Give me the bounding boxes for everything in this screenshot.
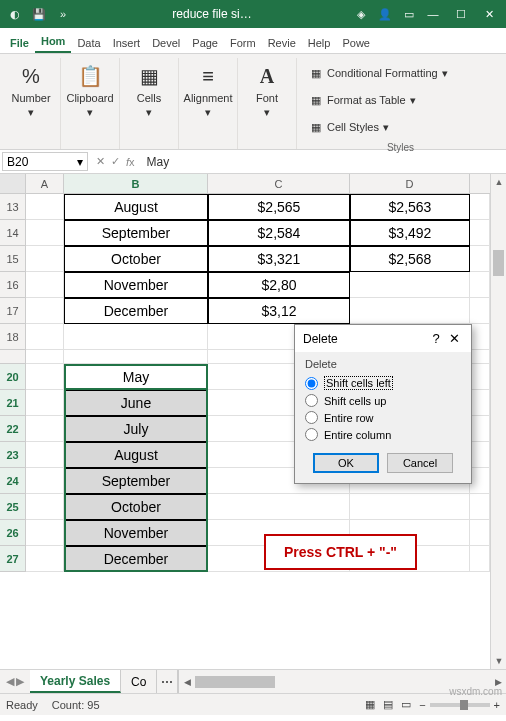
view-page-icon[interactable]: ▤ (383, 698, 393, 711)
scroll-track[interactable] (491, 190, 506, 653)
group-styles: ▦Conditional Formatting▾ ▦Format as Tabl… (297, 58, 504, 149)
zoom-out-icon[interactable]: − (419, 699, 425, 711)
tab-file[interactable]: File (4, 33, 35, 53)
group-cells: ▦Cells▾ (120, 58, 179, 149)
view-break-icon[interactable]: ▭ (401, 698, 411, 711)
option-entire-column[interactable]: Entire column (305, 426, 461, 443)
option-shift-left[interactable]: Shift cells left (305, 374, 461, 392)
cell[interactable]: August (64, 194, 208, 220)
sheet-nav: ◀ ▶ (0, 670, 30, 693)
status-count: Count: 95 (52, 699, 100, 711)
enter-formula-icon[interactable]: ✓ (111, 155, 120, 168)
option-entire-row[interactable]: Entire row (305, 409, 461, 426)
autosave-icon[interactable]: ◐ (4, 3, 26, 25)
cells-button[interactable]: ▦Cells▾ (126, 58, 172, 119)
zoom-slider[interactable] (430, 703, 490, 707)
tab-developer[interactable]: Devel (146, 33, 186, 53)
status-mode: Ready (6, 699, 38, 711)
tab-page[interactable]: Page (186, 33, 224, 53)
minimize-button[interactable]: — (420, 3, 446, 25)
fx-icon[interactable]: fx (126, 156, 135, 168)
formula-input[interactable]: May (141, 150, 506, 173)
maximize-button[interactable]: ☐ (448, 3, 474, 25)
save-icon[interactable]: 💾 (28, 3, 50, 25)
number-format-button[interactable]: %Number▾ (8, 58, 54, 119)
name-box[interactable]: B20▾ (2, 152, 88, 171)
group-font: AFont▾ (238, 58, 297, 149)
group-alignment: ≡Alignment▾ (179, 58, 238, 149)
chevron-down-icon[interactable]: ▾ (77, 155, 83, 169)
tab-insert[interactable]: Insert (107, 33, 147, 53)
delete-dialog: Delete ? ✕ Delete Shift cells left Shift… (294, 324, 472, 484)
clipboard-button[interactable]: 📋Clipboard▾ (67, 58, 113, 119)
tab-power[interactable]: Powe (336, 33, 376, 53)
dialog-titlebar[interactable]: Delete ? ✕ (295, 325, 471, 352)
view-normal-icon[interactable]: ▦ (365, 698, 375, 711)
title-bar: ◐ 💾 » reduce file si… ◈ 👤 ▭ — ☐ ✕ (0, 0, 506, 28)
conditional-formatting-button[interactable]: ▦Conditional Formatting▾ (307, 60, 450, 86)
ok-button[interactable]: OK (313, 453, 379, 473)
sheet-tabs-bar: ◀ ▶ Yearly Sales Co ⋯ ◀ ▶ (0, 669, 506, 693)
zoom-control[interactable]: − + (419, 699, 500, 711)
chevron-right-icon[interactable]: » (52, 3, 74, 25)
close-button[interactable]: ✕ (476, 3, 502, 25)
option-shift-up[interactable]: Shift cells up (305, 392, 461, 409)
cond-fmt-icon: ▦ (309, 66, 323, 80)
formula-bar-row: B20▾ ✕ ✓ fx May (0, 150, 506, 174)
select-all-corner[interactable] (0, 174, 26, 193)
ribbon: %Number▾ 📋Clipboard▾ ▦Cells▾ ≡Alignment▾… (0, 54, 506, 150)
scroll-up-icon[interactable]: ▲ (491, 174, 506, 190)
cell-styles-icon: ▦ (309, 120, 323, 134)
tab-home[interactable]: Hom (35, 31, 71, 53)
format-as-table-button[interactable]: ▦Format as Table▾ (307, 87, 450, 113)
window-title: reduce file si… (74, 7, 350, 21)
cancel-button[interactable]: Cancel (387, 453, 453, 473)
col-header-a[interactable]: A (26, 174, 64, 193)
prev-sheet-icon[interactable]: ◀ (6, 675, 14, 688)
ribbon-options-icon[interactable]: ▭ (398, 3, 420, 25)
zoom-in-icon[interactable]: + (494, 699, 500, 711)
column-headers: A B C D (0, 174, 490, 194)
sheet-tab-active[interactable]: Yearly Sales (30, 670, 121, 693)
formula-controls: ✕ ✓ fx (90, 150, 141, 173)
active-cell[interactable]: May (64, 364, 208, 390)
dialog-help-icon[interactable]: ? (427, 331, 445, 346)
more-tabs-icon[interactable]: ⋯ (157, 670, 178, 693)
tab-formulas[interactable]: Form (224, 33, 262, 53)
watermark: wsxdm.com (449, 686, 502, 697)
scroll-down-icon[interactable]: ▼ (491, 653, 506, 669)
sheet-tab-2[interactable]: Co (121, 670, 157, 693)
dialog-title: Delete (303, 332, 427, 346)
row-header[interactable]: 13 (0, 194, 26, 220)
next-sheet-icon[interactable]: ▶ (16, 675, 24, 688)
group-clipboard: 📋Clipboard▾ (61, 58, 120, 149)
ribbon-tabs: File Hom Data Insert Devel Page Form Rev… (0, 28, 506, 54)
status-bar: Ready Count: 95 ▦ ▤ ▭ − + (0, 693, 506, 715)
tab-data[interactable]: Data (71, 33, 106, 53)
font-button[interactable]: AFont▾ (244, 58, 290, 119)
col-header-b[interactable]: B (64, 174, 208, 193)
group-number: %Number▾ (2, 58, 61, 149)
tab-help[interactable]: Help (302, 33, 337, 53)
scroll-thumb[interactable] (493, 250, 504, 276)
user-icon[interactable]: 👤 (374, 3, 396, 25)
diamond-icon[interactable]: ◈ (350, 3, 372, 25)
col-header-d[interactable]: D (350, 174, 470, 193)
quick-access-toolbar: ◐ 💾 » (4, 3, 74, 25)
delete-options: Delete Shift cells left Shift cells up E… (305, 358, 461, 443)
tab-review[interactable]: Revie (262, 33, 302, 53)
dialog-close-icon[interactable]: ✕ (445, 331, 463, 346)
vertical-scrollbar[interactable]: ▲ ▼ (490, 174, 506, 669)
cancel-formula-icon[interactable]: ✕ (96, 155, 105, 168)
instruction-callout: Press CTRL + "-" (264, 534, 417, 570)
table-icon: ▦ (309, 93, 323, 107)
alignment-button[interactable]: ≡Alignment▾ (185, 58, 231, 119)
scroll-left-icon[interactable]: ◀ (179, 674, 195, 690)
col-header-c[interactable]: C (208, 174, 350, 193)
cell-styles-button[interactable]: ▦Cell Styles▾ (307, 114, 450, 140)
